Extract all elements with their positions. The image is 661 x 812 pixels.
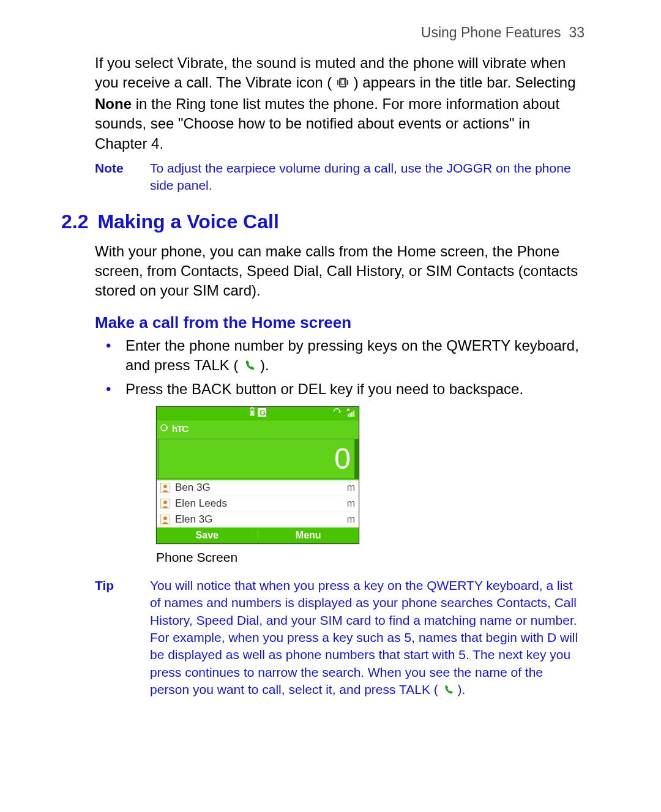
document-page: Using Phone Features 33 If you select Vi… <box>0 0 661 748</box>
subheading: Make a call from the Home screen <box>95 313 584 332</box>
phone-frame: G <box>156 406 359 544</box>
contact-icon <box>160 499 170 508</box>
contact-row[interactable]: Ben 3G m <box>157 480 359 496</box>
note-block: Note To adjust the earpiece volume durin… <box>95 160 584 195</box>
tip-block: Tip You will notice that when you press … <box>95 577 584 699</box>
contact-name: Elen Leeds <box>175 497 347 510</box>
bullet-list: Enter the phone number by pressing keys … <box>95 335 584 400</box>
svg-text:G: G <box>260 408 266 417</box>
intro-paragraph: If you select Vibrate, the sound is mute… <box>95 53 584 154</box>
text: Enter the phone number by pressing keys … <box>125 337 579 373</box>
text: ). <box>457 682 465 696</box>
talk-icon <box>242 357 256 376</box>
vibrate-icon <box>336 74 349 94</box>
figure-caption: Phone Screen <box>156 550 584 565</box>
text-bold: None <box>95 95 132 112</box>
contact-row[interactable]: Elen Leeds m <box>157 496 359 512</box>
contact-key: m <box>347 482 355 493</box>
section-number: 2.2 <box>61 210 88 233</box>
contact-list: Ben 3G m Elen Leeds m Elen 3G m <box>157 480 359 527</box>
list-item: Enter the phone number by pressing keys … <box>95 335 584 378</box>
svg-point-20 <box>163 516 167 520</box>
tip-label: Tip <box>95 577 150 699</box>
softkey-right[interactable]: Menu <box>258 530 359 541</box>
phone-screenshot: G <box>156 406 584 544</box>
text: You will notice that when you press a ke… <box>150 578 578 696</box>
header-page-number: 33 <box>569 24 584 40</box>
svg-point-16 <box>163 485 167 488</box>
dial-input[interactable]: 0 <box>158 439 357 479</box>
svg-rect-6 <box>252 407 253 408</box>
talk-icon <box>442 682 454 699</box>
header-section: Using Phone Features <box>421 24 561 40</box>
text: in the Ring tone list mutes the phone. F… <box>95 95 559 152</box>
contact-key: m <box>347 514 355 525</box>
section-heading: 2.2 Making a Voice Call <box>61 210 584 233</box>
phone-brand: hTC <box>172 423 188 434</box>
dial-digit: 0 <box>334 442 351 475</box>
softkey-left[interactable]: Save <box>157 530 258 541</box>
contact-icon <box>160 483 170 493</box>
list-item: Press the BACK button or DEL key if you … <box>95 378 584 400</box>
battery-icon <box>249 407 255 420</box>
svg-point-18 <box>163 501 167 504</box>
softkey-bar: Save Menu <box>157 527 359 543</box>
section-intro: With your phone, you can make calls from… <box>95 242 584 301</box>
note-label: Note <box>95 160 150 195</box>
svg-rect-5 <box>251 411 253 415</box>
contact-name: Elen 3G <box>175 513 347 526</box>
tip-body: You will notice that when you press a ke… <box>150 577 584 699</box>
dial-area: 0 <box>157 438 359 480</box>
status-bar: G <box>157 407 359 420</box>
contact-icon <box>160 515 170 524</box>
contact-row[interactable]: Elen 3G m <box>157 512 359 527</box>
scrollbar[interactable] <box>354 439 359 479</box>
text: ) appears in the title bar. Selecting <box>354 74 576 91</box>
contact-name: Ben 3G <box>175 482 347 494</box>
phone-title-bar: hTC <box>157 420 359 438</box>
contact-key: m <box>347 498 355 509</box>
svg-rect-1 <box>341 80 345 84</box>
g-network-icon: G <box>258 408 266 420</box>
note-body: To adjust the earpiece volume during a c… <box>150 160 584 195</box>
brand-logo-icon <box>160 423 170 434</box>
section-title: Making a Voice Call <box>97 210 278 233</box>
page-header: Using Phone Features 33 <box>61 24 584 41</box>
text: ). <box>260 357 269 373</box>
